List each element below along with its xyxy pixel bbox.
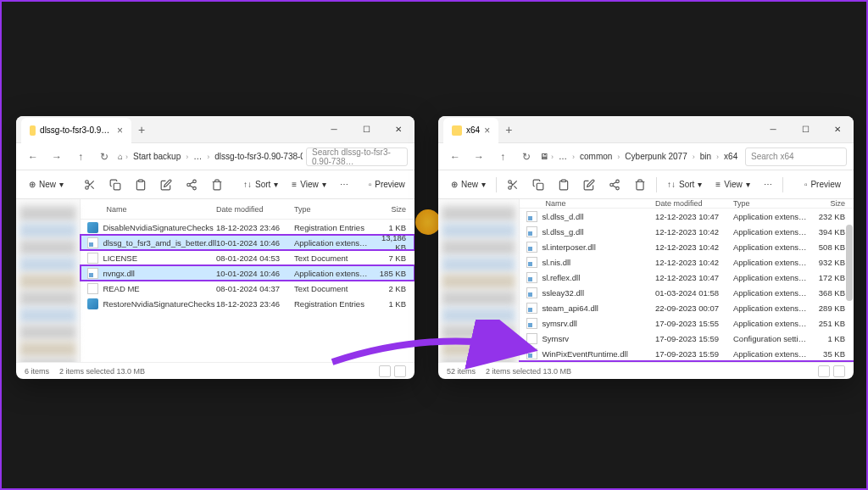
folder-icon [452, 125, 462, 136]
rename-button[interactable] [154, 174, 178, 196]
copy-button[interactable] [526, 174, 550, 196]
titlebar: x64 × + ─ ☐ ✕ [438, 116, 854, 143]
window-controls: ─ ☐ ✕ [318, 116, 415, 143]
file-icon [526, 272, 537, 283]
refresh-button[interactable]: ↻ [94, 147, 114, 167]
close-button[interactable]: ✕ [382, 116, 415, 143]
share-button[interactable] [180, 174, 203, 196]
new-button[interactable]: ⊕ New ▾ [23, 174, 70, 196]
sort-button[interactable]: ↑↓ Sort ▾ [661, 174, 708, 196]
home-icon[interactable]: ⌂ [118, 152, 123, 161]
file-icon [526, 303, 537, 314]
file-row[interactable]: nvngx.dll10-01-2024 10:46Application ext… [81, 265, 415, 281]
explorer-window-left: dlssg-to-fsr3-0.90-738-0-90-17… × + ─ ☐ … [16, 116, 415, 379]
thumbnails-view-icon[interactable] [833, 365, 845, 377]
cut-button[interactable] [501, 174, 525, 196]
file-icon [87, 237, 98, 248]
scrollbar-thumb[interactable] [846, 225, 853, 301]
close-icon[interactable]: × [484, 125, 490, 136]
view-button[interactable]: ≡ View ▾ [709, 174, 755, 196]
file-list: Name Date modified Type Size sl.dlss_d.d… [520, 199, 854, 362]
file-row[interactable]: dlssg_to_fsr3_amd_is_better.dll10-01-202… [81, 235, 415, 250]
file-row[interactable]: steam_api64.dll22-09-2023 00:07Applicati… [520, 300, 854, 315]
back-button[interactable]: ← [445, 147, 465, 167]
file-row[interactable]: WinPixEventRuntime.dll17-09-2023 15:59Ap… [520, 346, 854, 361]
breadcrumb[interactable]: ⌂ › Start backup › … › dlssg-to-fsr3-0.9… [118, 150, 303, 163]
more-button[interactable]: ⋯ [334, 174, 354, 196]
preview-button[interactable]: ▫ Preview [363, 174, 411, 196]
file-row[interactable]: LICENSE08-01-2024 04:53Text Document7 KB [81, 250, 415, 265]
navigation-pane[interactable] [438, 199, 520, 362]
forward-button[interactable]: → [47, 147, 67, 167]
svg-point-5 [187, 183, 191, 187]
file-icon [87, 253, 98, 264]
copy-button[interactable] [103, 174, 127, 196]
thumbnails-view-icon[interactable] [394, 365, 406, 377]
pc-icon[interactable]: 🖥 [540, 152, 548, 161]
file-icon [526, 333, 537, 344]
close-icon[interactable]: × [117, 125, 123, 136]
folder-icon [30, 125, 36, 136]
file-row[interactable]: sl.nis.dll12-12-2023 10:42Application ex… [520, 254, 854, 270]
file-row[interactable]: DisableNvidiaSignatureChecks18-12-2023 2… [81, 220, 415, 235]
file-icon [526, 348, 537, 359]
file-row[interactable]: sl.dlss_g.dll12-12-2023 10:42Application… [520, 224, 854, 239]
cut-button[interactable] [78, 174, 102, 196]
file-row[interactable]: RestoreNvidiaSignatureChecks18-12-2023 2… [81, 296, 415, 311]
navigation-pane[interactable] [16, 199, 81, 362]
tab-current[interactable]: dlssg-to-fsr3-0.90-738-0-90-17… × [21, 118, 131, 143]
file-row[interactable]: nvngx.dll10-01-2024 10:46Application ext… [520, 361, 854, 362]
status-bar: 6 items 2 items selected 13.0 MB [16, 362, 415, 379]
forward-button[interactable]: → [469, 147, 489, 167]
search-input[interactable]: Search dlssg-to-fsr3-0.90-738… [306, 148, 408, 166]
file-icon [87, 283, 98, 294]
up-button[interactable]: ↑ [492, 147, 513, 167]
breadcrumb[interactable]: 🖥 ›… ›common ›Cyberpunk 2077 ›bin ›x64 › [540, 150, 742, 163]
explorer-window-right: x64 × + ─ ☐ ✕ ← → ↑ ↻ 🖥 ›… ›common ›Cybe… [438, 116, 854, 379]
file-icon [526, 318, 537, 329]
file-row[interactable]: sl.dlss_d.dll12-12-2023 10:47Application… [520, 209, 854, 224]
file-row[interactable]: ssleay32.dll01-03-2024 01:58Application … [520, 285, 854, 300]
rename-button[interactable] [577, 174, 601, 196]
minimize-button[interactable]: ─ [318, 116, 350, 143]
window-controls: ─ ☐ ✕ [757, 116, 854, 143]
up-button[interactable]: ↑ [70, 147, 91, 167]
refresh-button[interactable]: ↻ [516, 147, 537, 167]
more-button[interactable]: ⋯ [758, 174, 778, 196]
file-icon [87, 268, 98, 279]
paste-button[interactable] [552, 174, 576, 196]
search-input[interactable]: Search x64 [745, 148, 847, 166]
file-row[interactable]: sl.reflex.dll12-12-2023 10:47Application… [520, 270, 854, 285]
file-row[interactable]: READ ME08-01-2024 04:37Text Document2 KB [81, 281, 415, 296]
details-view-icon[interactable] [818, 365, 830, 377]
svg-rect-10 [562, 180, 566, 181]
delete-button[interactable] [628, 174, 652, 196]
file-row[interactable]: symsrv.dll17-09-2023 15:55Application ex… [520, 315, 854, 331]
sort-button[interactable]: ↑↓ Sort ▾ [237, 174, 284, 196]
maximize-button[interactable]: ☐ [789, 116, 821, 143]
minimize-button[interactable]: ─ [757, 116, 789, 143]
new-button[interactable]: ⊕ New ▾ [445, 174, 492, 196]
maximize-button[interactable]: ☐ [350, 116, 382, 143]
add-tab-button[interactable]: + [505, 123, 512, 136]
details-view-icon[interactable] [379, 365, 391, 377]
svg-rect-3 [139, 180, 143, 181]
delete-button[interactable] [205, 174, 229, 196]
file-row[interactable]: sl.interposer.dll12-12-2023 10:42Applica… [520, 239, 854, 254]
file-icon [526, 242, 537, 253]
file-row[interactable]: Symsrv17-09-2023 15:59Configuration sett… [520, 331, 854, 346]
svg-point-7 [509, 180, 512, 183]
share-button[interactable] [603, 174, 626, 196]
add-tab-button[interactable]: + [138, 123, 145, 136]
file-icon [526, 211, 537, 222]
view-button[interactable]: ≡ View ▾ [286, 174, 331, 196]
titlebar: dlssg-to-fsr3-0.90-738-0-90-17… × + ─ ☐ … [16, 116, 415, 143]
close-button[interactable]: ✕ [821, 116, 854, 143]
back-button[interactable]: ← [23, 147, 43, 167]
paste-button[interactable] [129, 174, 153, 196]
column-headers[interactable]: Name Date modified Type Size [520, 199, 854, 209]
preview-button[interactable]: ▫ Preview [798, 174, 847, 196]
column-headers[interactable]: Name Date modified Type Size [81, 199, 415, 220]
tab-current[interactable]: x64 × [443, 118, 498, 143]
svg-point-8 [509, 186, 512, 189]
